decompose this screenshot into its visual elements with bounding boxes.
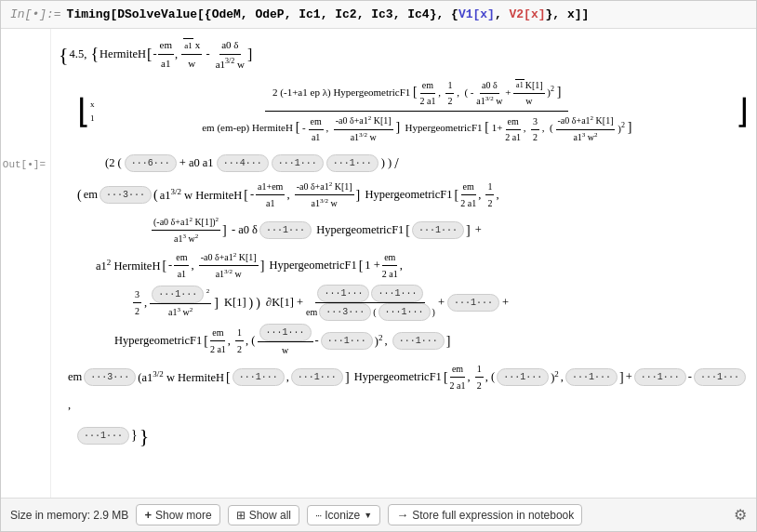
math-output-area[interactable]: { 4.5, { HermiteH [ - em a1 , a1x w - a0… (51, 29, 756, 498)
pill-1b[interactable]: ···1··· (326, 154, 378, 172)
show-all-label: Show all (249, 509, 291, 522)
output-label: Out[•]= (1, 29, 50, 170)
pill-4[interactable]: ···4··· (217, 154, 269, 172)
pill-1m[interactable]: ···1··· (232, 368, 285, 386)
pill-1f[interactable]: ···1··· (317, 285, 369, 302)
pill-1s[interactable]: ···1··· (77, 427, 129, 445)
app-container: In[•]:= Timing[DSolveValue[{OdeM, OdeP, … (0, 0, 757, 532)
gear-button[interactable]: ⚙ (734, 506, 747, 524)
iconize-chevron: ▼ (364, 511, 372, 520)
math-line-8: ···1··· } } (77, 419, 749, 453)
pill-1e[interactable]: ···1··· (152, 286, 204, 303)
pill-1q[interactable]: ···1··· (634, 368, 686, 386)
main-content: Out[•]= { 4.5, { HermiteH [ - em a1 , a1… (1, 29, 756, 498)
pill-1p[interactable]: ···1··· (565, 368, 618, 386)
iconize-button[interactable]: ··· Iconize ▼ (307, 505, 380, 525)
math-line-2: ( em ···3··· ( a13/2 w HermiteH [ - a1+e… (77, 179, 749, 211)
labels-column: Out[•]= (1, 29, 51, 498)
math-line-6: HypergeometricF1 [ em 2 a1 , 1 2 , ( ···… (114, 324, 749, 358)
pill-1l[interactable]: ···1··· (392, 332, 445, 350)
pill-3a[interactable]: ···3··· (100, 186, 152, 204)
show-all-button[interactable]: ⊞ Show all (228, 505, 299, 525)
pill-1a[interactable]: ···1··· (272, 154, 324, 172)
math-block-frac: ⌊ x1 2 (-1+a1 ep λ) HypergeometricF1 [ e… (77, 76, 749, 147)
pill-1k[interactable]: ···1··· (321, 332, 373, 350)
pill-1d[interactable]: ···1··· (412, 221, 464, 239)
bottom-bar: Size in memory: 2.9 MB + Show more ⊞ Sho… (1, 498, 756, 531)
math-line-3: (-a0 δ+a12 K[1])2 a13 w2 ] - a0 δ ···1··… (152, 214, 749, 246)
size-info: Size in memory: 2.9 MB (10, 509, 128, 522)
show-all-icon: ⊞ (236, 509, 246, 522)
math-line-7: em ···3··· (a13/2 w HermiteH [ ···1··· ,… (68, 361, 749, 415)
input-bar: In[•]:= Timing[DSolveValue[{OdeM, OdeP, … (1, 1, 756, 29)
pill-1i[interactable]: ···1··· (447, 294, 499, 312)
pill-3b[interactable]: ···3··· (319, 303, 371, 321)
math-line-4: a12 HermiteH [ - em a1 , -a0 δ+a12 K[1] … (96, 249, 749, 282)
store-icon: → (396, 508, 408, 522)
pill-1j[interactable]: ···1··· (259, 324, 312, 341)
pill-3c[interactable]: ···3··· (84, 368, 136, 386)
input-code-timing: Timing[DSolveValue[{OdeM, OdeP, Ic1, Ic2… (67, 7, 590, 21)
pill-1c[interactable]: ···1··· (259, 221, 312, 239)
pill-1h[interactable]: ···1··· (378, 303, 431, 321)
iconize-icon: ··· (315, 510, 321, 521)
pill-1r[interactable]: ···1··· (694, 368, 746, 386)
iconize-label: Iconize (325, 509, 360, 522)
show-more-button[interactable]: + Show more (136, 504, 219, 525)
show-more-icon: + (144, 508, 152, 522)
pill-1n[interactable]: ···1··· (291, 368, 343, 386)
input-label: In[•]:= (10, 7, 61, 21)
pill-1g[interactable]: ···1··· (371, 285, 423, 302)
show-more-label: Show more (155, 509, 212, 522)
store-label: Store full expression in notebook (412, 509, 574, 522)
store-button[interactable]: → Store full expression in notebook (388, 504, 582, 525)
math-line-1: { 4.5, { HermiteH [ - em a1 , a1x w - a0… (59, 36, 749, 73)
pill-6[interactable]: ···6··· (125, 154, 177, 172)
math-line-pills-1: (2 ( ···6··· + a0 a1 ···4··· ···1··· ···… (105, 151, 749, 176)
math-line-5: 3 2 , ···1··· 2 a13 w2 ] K[1] ) ) ∂K[1] … (133, 285, 749, 321)
pill-1o[interactable]: ···1··· (497, 368, 549, 386)
